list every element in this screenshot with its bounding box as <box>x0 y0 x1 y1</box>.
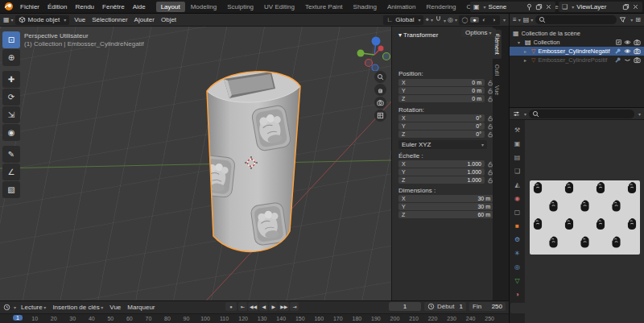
menu-fenêtre[interactable]: Fenêtre <box>98 3 129 10</box>
tool-cursor[interactable]: ⊕ <box>2 49 20 66</box>
shading--[interactable]: ● <box>470 17 479 23</box>
transport-play-reverse[interactable]: ◀ <box>259 302 268 311</box>
snap-magnet-button[interactable]: ▾ <box>435 15 446 24</box>
auto-keying-button[interactable]: ● <box>225 302 237 311</box>
outliner-object-positif[interactable]: ▸ ▽ Embosser_CylindrePositif <box>510 56 644 64</box>
collection-checkbox[interactable]: ✓ <box>616 39 621 45</box>
viewport-menu-sélectionner[interactable]: Sélectionner <box>89 16 130 23</box>
timeline-menu-insertion-de-clés[interactable]: Insertion de clés <box>49 304 106 311</box>
expand-icon[interactable]: ▸ <box>524 57 529 63</box>
menu-aide[interactable]: Aide <box>129 3 150 10</box>
properties-tab-particles[interactable]: ✳ <box>510 248 525 259</box>
editor-type-button[interactable]: ▦▾ <box>3 16 14 23</box>
tab-sculpting[interactable]: Sculpting <box>222 2 258 12</box>
pan-button[interactable] <box>374 84 386 96</box>
shading--[interactable]: ◐ <box>480 17 489 23</box>
expand-icon[interactable]: ▾ <box>518 39 522 45</box>
timeline-menu-lecture[interactable]: Lecture <box>18 304 49 311</box>
properties-tab-modifiers[interactable]: ⚙ <box>510 234 525 245</box>
filter-type-button[interactable]: ▤▾ <box>523 16 534 23</box>
display-mode-button[interactable]: ≡▾ <box>513 16 521 23</box>
scene-selector[interactable]: ▣▾ Scene <box>470 2 555 12</box>
tab-layout[interactable]: Layout <box>156 2 185 12</box>
sidebar-tab-vue[interactable]: Vue <box>493 81 502 99</box>
current-frame-field[interactable]: 1 <box>389 302 421 311</box>
tab-modeling[interactable]: Modeling <box>186 2 221 12</box>
properties-tab-object[interactable]: ■ <box>510 221 525 231</box>
rotation-mode-dropdown[interactable]: Euler XYZ▾ <box>398 140 487 149</box>
tool-move[interactable]: ✚ <box>2 71 20 88</box>
viewport-menu-ajouter[interactable]: Ajouter <box>131 16 158 23</box>
properties-tab-output[interactable]: ▤ <box>510 152 525 163</box>
shading-dropdown-caret[interactable]: ▾ <box>503 17 506 23</box>
tool-transform[interactable]: ◉ <box>2 124 20 141</box>
tool-select-box[interactable]: ⊡ <box>2 31 20 48</box>
transport-jump-start[interactable]: ⇤ <box>238 302 247 311</box>
tab-animation[interactable]: Animation <box>382 2 421 12</box>
value-field-Y[interactable]: Y30 m <box>398 203 493 210</box>
properties-tab-physics[interactable]: ◎ <box>510 262 525 272</box>
frame-start-field[interactable]: Début 1 <box>424 302 466 311</box>
expand-icon[interactable]: ▸ <box>524 48 529 54</box>
viewport-menu-objet[interactable]: Objet <box>158 16 180 23</box>
outliner-scene-collection[interactable]: ▦ Collection de la scène <box>510 29 644 38</box>
properties-search-input[interactable] <box>529 110 634 118</box>
menu-rendu[interactable]: Rendu <box>71 3 98 10</box>
tab-shading[interactable]: Shading <box>349 2 382 12</box>
sidebar-tab-outil[interactable]: Outil <box>493 60 502 80</box>
camera-icon[interactable] <box>634 48 641 55</box>
transport-prev-keyframe[interactable]: ◀◀ <box>248 302 258 311</box>
tool-measure[interactable]: ∠ <box>2 164 20 180</box>
properties-tab-world[interactable]: ◉ <box>510 193 525 204</box>
panel-title[interactable]: ▾ Transformer <box>398 31 438 39</box>
properties-tab-texture[interactable] <box>510 303 525 313</box>
viewlayer-selector[interactable]: ❏▾ ViewLayer <box>559 2 642 12</box>
transport-jump-end[interactable]: ⇥ <box>290 302 299 311</box>
tab-texture-paint[interactable]: Texture Paint <box>300 2 348 12</box>
value-field-X[interactable]: X30 m <box>398 195 493 202</box>
new-collection-button[interactable]: ⊞ <box>635 16 641 23</box>
navigation-gizmo[interactable] <box>356 32 393 71</box>
properties-tab-material[interactable]: ◑ <box>510 289 525 300</box>
transport-next-keyframe[interactable]: ▶▶ <box>279 302 289 311</box>
value-field-Z[interactable]: Z1.000 <box>398 176 485 184</box>
menu-édition[interactable]: Édition <box>43 3 71 10</box>
options-dropdown[interactable]: Options▾ <box>461 28 496 37</box>
tool-rotate[interactable]: ⟳ <box>2 89 20 106</box>
tool-add-cube[interactable]: ▧ <box>2 181 20 198</box>
shading--[interactable]: ◑ <box>489 17 498 23</box>
properties-tab-tool[interactable]: ⚒ <box>510 125 525 135</box>
timeline-menu-vue[interactable]: Vue <box>106 304 124 311</box>
pivot-dropdown[interactable]: ⌖▾ <box>425 16 433 24</box>
eye-closed-icon[interactable] <box>624 56 631 64</box>
value-field-Z[interactable]: Z0 m <box>398 95 485 102</box>
value-field-Z[interactable]: Z60 m <box>398 211 493 218</box>
tool-annotate[interactable]: ✎ <box>2 146 20 163</box>
ortho-toggle-button[interactable] <box>374 110 386 122</box>
timeline-menu-marqueur[interactable]: Marqueur <box>124 304 158 311</box>
camera-icon[interactable] <box>634 39 641 46</box>
frame-end-field[interactable]: Fin 250 <box>469 302 506 311</box>
outliner-object-negatif[interactable]: ▸ ▽ Embosser_CylindreNegatif <box>510 47 644 56</box>
value-field-Y[interactable]: Y1.000 <box>398 168 485 176</box>
timeline-ruler[interactable]: 1102030405060708090100110120130140150160… <box>0 313 509 323</box>
value-field-Z[interactable]: Z0° <box>398 130 485 138</box>
properties-tab-view-layer[interactable]: ❏ <box>510 166 525 176</box>
properties-tab-scene[interactable]: ◭ <box>510 180 525 190</box>
transport-play[interactable]: ▶ <box>269 302 278 311</box>
properties-tab-render[interactable]: ▣ <box>510 139 525 149</box>
proportional-edit-button[interactable]: ◎▾ <box>448 16 457 23</box>
zoom-button[interactable] <box>374 71 386 83</box>
tool-scale[interactable]: ⇲ <box>2 106 20 123</box>
copy-icon[interactable] <box>622 3 630 10</box>
eye-icon[interactable] <box>624 48 631 55</box>
value-field-X[interactable]: X0° <box>398 114 485 122</box>
outliner-collection[interactable]: ▾ ▤ Collection ✓ <box>510 38 644 47</box>
filter-funnel-icon[interactable] <box>619 16 626 23</box>
properties-tab-data[interactable]: ▽ <box>510 275 525 286</box>
menu-fichier[interactable]: Fichier <box>16 3 43 10</box>
shading--[interactable]: ◯ <box>460 17 469 23</box>
pin-icon[interactable] <box>526 3 533 10</box>
tab-rendering[interactable]: Rendering <box>422 2 461 12</box>
close-icon[interactable] <box>632 3 639 10</box>
